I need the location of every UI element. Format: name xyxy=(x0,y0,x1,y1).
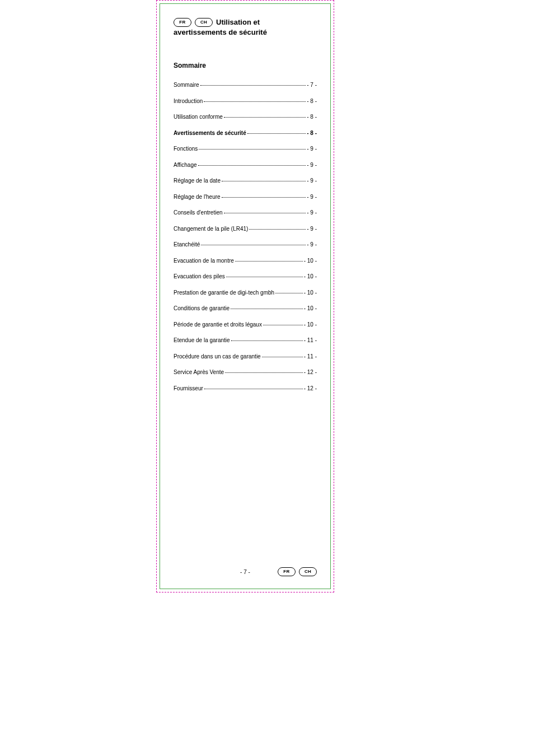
lang-badge-ch: CH xyxy=(195,18,213,27)
toc-leader-dots xyxy=(224,213,306,213)
page-number: - 7 - xyxy=(240,569,250,575)
toc-row: Utilisation conforme- 8 - xyxy=(174,114,317,120)
toc-label: Service Après Vente xyxy=(174,369,224,375)
toc-row: Fournisseur- 12 - xyxy=(174,385,317,391)
toc-label: Changement de la pile (LR41) xyxy=(174,226,248,232)
toc-page: - 10 - xyxy=(304,258,317,264)
toc-page: - 10 - xyxy=(304,273,317,279)
toc-row: Avertissements de sécurité- 8 - xyxy=(174,130,317,136)
toc-leader-dots xyxy=(275,293,303,293)
toc-leader-dots xyxy=(231,309,303,309)
toc-leader-dots xyxy=(198,165,306,166)
title-text-1: Utilisation et xyxy=(216,17,260,27)
toc-leader-dots xyxy=(204,389,303,389)
toc-label: Etendue de la garantie xyxy=(174,337,230,343)
toc-page: - 11 - xyxy=(304,337,317,343)
title-line-1: FR CH Utilisation et xyxy=(174,17,317,27)
toc-label: Avertissements de sécurité xyxy=(174,130,246,136)
toc-label: Conditions de garantie xyxy=(174,305,229,311)
toc-leader-dots xyxy=(226,277,303,277)
toc-row: Conditions de garantie- 10 - xyxy=(174,305,317,311)
section-heading: Sommaire xyxy=(174,62,317,69)
toc-page: - 9 - xyxy=(307,241,317,248)
toc-label: Période de garantie et droits légaux xyxy=(174,321,262,328)
toc-row: Procédure dans un cas de garantie- 11 - xyxy=(174,353,317,360)
toc-row: Evacuation de la montre- 10 - xyxy=(174,258,317,264)
toc-row: Période de garantie et droits légaux- 10… xyxy=(174,321,317,328)
toc-row: Réglage de la date- 9 - xyxy=(174,178,317,184)
toc-label: Evacuation de la montre xyxy=(174,258,234,264)
toc-label: Etanchéité xyxy=(174,241,200,248)
toc-leader-dots xyxy=(249,229,306,230)
footer-badge-ch: CH xyxy=(299,567,317,576)
toc-label: Sommaire xyxy=(174,82,199,88)
toc-leader-dots xyxy=(235,261,303,262)
toc-row: Fonctions- 9 - xyxy=(174,146,317,152)
toc-label: Réglage de la date xyxy=(174,178,221,184)
toc-row: Etendue de la garantie- 11 - xyxy=(174,337,317,343)
toc-page: - 10 - xyxy=(304,305,317,311)
toc-label: Introduction xyxy=(174,98,203,104)
toc-label: Fournisseur xyxy=(174,385,203,391)
toc-page: - 10 - xyxy=(304,321,317,328)
toc-leader-dots xyxy=(231,340,303,341)
toc-page: - 10 - xyxy=(304,290,317,296)
title-text-2: avertissements de sécurité xyxy=(174,27,317,38)
toc-row: Changement de la pile (LR41)- 9 - xyxy=(174,226,317,232)
toc-leader-dots xyxy=(222,181,306,181)
toc-label: Prestation de garantie de digi-tech gmbh xyxy=(174,290,274,296)
toc-page: - 9 - xyxy=(307,146,317,152)
toc-label: Réglage de l'heure xyxy=(174,194,221,200)
title-block: FR CH Utilisation et avertissements de s… xyxy=(174,17,317,37)
page-footer: - 7 - FR CH xyxy=(174,567,317,576)
toc-page: - 9 - xyxy=(307,226,317,232)
toc-page: - 9 - xyxy=(307,178,317,184)
toc-page: - 8 - xyxy=(307,98,317,104)
toc-leader-dots xyxy=(263,325,303,325)
toc-row: Réglage de l'heure- 9 - xyxy=(174,194,317,200)
toc-label: Conseils d'entretien xyxy=(174,209,223,216)
lang-badge-fr: FR xyxy=(174,18,191,27)
table-of-contents: Sommaire- 7 -Introduction- 8 -Utilisatio… xyxy=(174,82,317,391)
toc-row: Prestation de garantie de digi-tech gmbh… xyxy=(174,290,317,296)
toc-label: Fonctions xyxy=(174,146,198,152)
toc-leader-dots xyxy=(247,133,306,134)
toc-row: Conseils d'entretien- 9 - xyxy=(174,209,317,216)
toc-row: Service Après Vente- 12 - xyxy=(174,369,317,375)
toc-page: - 11 - xyxy=(304,353,317,360)
toc-leader-dots xyxy=(199,149,306,150)
toc-page: - 12 - xyxy=(304,385,317,391)
toc-row: Introduction- 8 - xyxy=(174,98,317,104)
toc-page: - 7 - xyxy=(307,82,317,88)
toc-row: Evacuation des piles- 10 - xyxy=(174,273,317,279)
toc-leader-dots xyxy=(204,101,306,102)
toc-page: - 8 - xyxy=(307,114,317,120)
toc-leader-dots xyxy=(262,357,303,357)
toc-page: - 8 - xyxy=(307,130,317,136)
toc-leader-dots xyxy=(225,372,303,373)
toc-leader-dots xyxy=(201,245,306,245)
toc-page: - 9 - xyxy=(307,194,317,200)
toc-row: Affichage- 9 - xyxy=(174,162,317,168)
toc-leader-dots xyxy=(200,85,306,86)
toc-leader-dots xyxy=(224,117,306,118)
safe-area-guide: FR CH Utilisation et avertissements de s… xyxy=(160,3,331,589)
toc-label: Evacuation des piles xyxy=(174,273,225,279)
toc-page: - 9 - xyxy=(307,209,317,216)
toc-page: - 12 - xyxy=(304,369,317,375)
toc-label: Procédure dans un cas de garantie xyxy=(174,353,261,360)
toc-leader-dots xyxy=(222,197,306,198)
footer-badges: FR CH xyxy=(278,567,317,576)
toc-page: - 9 - xyxy=(307,162,317,168)
bleed-guide: FR CH Utilisation et avertissements de s… xyxy=(156,0,334,592)
toc-row: Sommaire- 7 - xyxy=(174,82,317,88)
toc-label: Utilisation conforme xyxy=(174,114,223,120)
page-content: FR CH Utilisation et avertissements de s… xyxy=(174,17,317,575)
toc-row: Etanchéité- 9 - xyxy=(174,241,317,248)
toc-label: Affichage xyxy=(174,162,197,168)
footer-badge-fr: FR xyxy=(278,567,296,576)
